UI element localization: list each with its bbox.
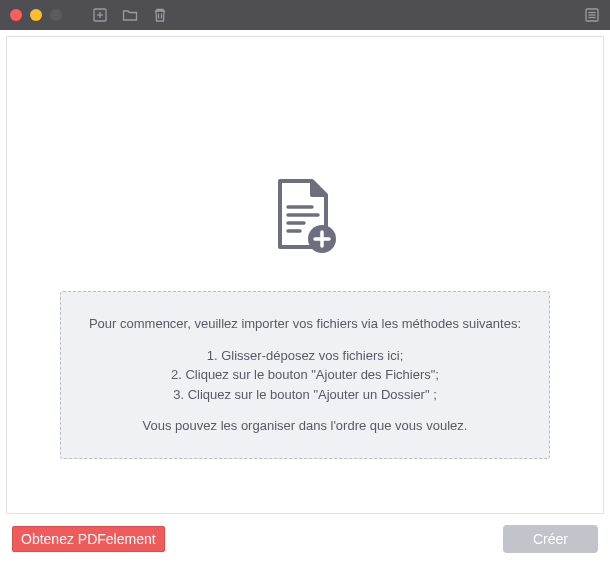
get-pdfelement-button[interactable]: Obtenez PDFelement [12, 526, 165, 552]
instruction-step: 2. Cliquez sur le bouton "Ajouter des Fi… [81, 365, 529, 385]
instructions-steps: 1. Glisser-déposez vos fichiers ici; 2. … [81, 346, 529, 405]
trash-icon[interactable] [152, 7, 168, 23]
instruction-step: 3. Cliquez sur le bouton "Ajouter un Dos… [81, 385, 529, 405]
add-file-icon[interactable] [92, 7, 108, 23]
drop-zone[interactable]: Pour commencer, veuillez importer vos fi… [6, 36, 604, 514]
titlebar [0, 0, 610, 30]
minimize-window-button[interactable] [30, 9, 42, 21]
footer: Obtenez PDFelement Créer [0, 520, 610, 570]
content-area: Pour commencer, veuillez importer vos fi… [0, 30, 610, 520]
list-icon[interactable] [584, 7, 600, 23]
document-add-icon [272, 177, 338, 261]
create-button: Créer [503, 525, 598, 553]
instruction-step: 1. Glisser-déposez vos fichiers ici; [81, 346, 529, 366]
folder-icon[interactable] [122, 7, 138, 23]
window-controls [10, 9, 62, 21]
toolbar [92, 7, 168, 23]
instructions-intro: Pour commencer, veuillez importer vos fi… [81, 314, 529, 334]
maximize-window-button[interactable] [50, 9, 62, 21]
instructions-outro: Vous pouvez les organiser dans l'ordre q… [81, 416, 529, 436]
close-window-button[interactable] [10, 9, 22, 21]
instructions-box: Pour commencer, veuillez importer vos fi… [60, 291, 550, 459]
